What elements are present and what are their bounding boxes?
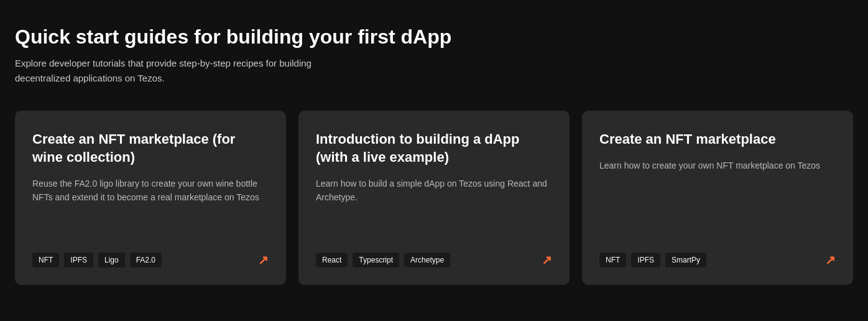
tag: Typescript xyxy=(353,253,399,268)
card-title: Create an NFT marketplace (for wine coll… xyxy=(32,131,269,166)
tag: FA2.0 xyxy=(130,253,162,268)
page-title: Quick start guides for building your fir… xyxy=(15,25,853,49)
tag: NFT xyxy=(32,253,59,268)
card-footer: NFTIPFSSmartPy ↗ xyxy=(599,253,836,268)
card-content: Introduction to building a dApp (with a … xyxy=(316,131,552,235)
card-3[interactable]: Create an NFT marketplace Learn how to c… xyxy=(582,111,853,285)
card-content: Create an NFT marketplace Learn how to c… xyxy=(599,131,836,235)
card-title: Introduction to building a dApp (with a … xyxy=(316,131,552,166)
tag: SmartPy xyxy=(665,253,706,268)
tag: Ligo xyxy=(98,253,125,268)
card-description: Learn how to build a simple dApp on Tezo… xyxy=(316,177,552,205)
card-content: Create an NFT marketplace (for wine coll… xyxy=(32,131,269,235)
tags-container: NFTIPFSLigoFA2.0 xyxy=(32,253,162,268)
tags-container: ReactTypescriptArchetype xyxy=(316,253,450,268)
card-description: Learn how to create your own NFT marketp… xyxy=(599,159,836,172)
card-footer: NFTIPFSLigoFA2.0 ↗ xyxy=(32,253,269,268)
tag: IPFS xyxy=(64,253,93,268)
page-header: Quick start guides for building your fir… xyxy=(15,25,853,86)
card-description: Reuse the FA2.0 ligo library to create y… xyxy=(32,177,269,205)
tag: IPFS xyxy=(631,253,660,268)
card-2[interactable]: Introduction to building a dApp (with a … xyxy=(298,111,570,285)
page-subtitle: Explore developer tutorials that provide… xyxy=(15,56,363,86)
tag: React xyxy=(316,253,348,268)
card-title: Create an NFT marketplace xyxy=(599,131,836,149)
card-1[interactable]: Create an NFT marketplace (for wine coll… xyxy=(15,111,286,285)
tag: NFT xyxy=(599,253,626,268)
card-footer: ReactTypescriptArchetype ↗ xyxy=(316,253,552,268)
arrow-icon: ↗ xyxy=(258,253,269,268)
arrow-icon: ↗ xyxy=(542,253,552,268)
arrow-icon: ↗ xyxy=(825,253,836,268)
cards-grid: Create an NFT marketplace (for wine coll… xyxy=(15,111,853,285)
tags-container: NFTIPFSSmartPy xyxy=(599,253,706,268)
tag: Archetype xyxy=(404,253,450,268)
